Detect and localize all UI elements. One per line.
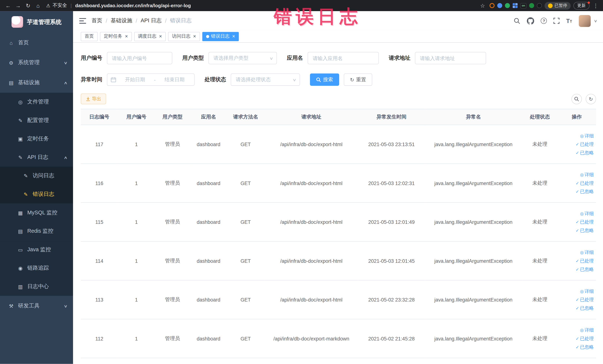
cell-status: 未处理 <box>522 241 557 280</box>
fullscreen-icon[interactable] <box>554 18 560 24</box>
action-ignored-link[interactable]: ✓已忽略 <box>559 304 594 312</box>
browser-home-icon[interactable]: ⌂ <box>34 2 42 9</box>
sidebar-item-链路追踪[interactable]: ◉链路追踪 <box>0 259 73 277</box>
sidebar-item-label: 配置管理 <box>27 117 49 124</box>
font-size-icon[interactable]: TT <box>566 18 572 23</box>
action-detail-link[interactable]: ◎详细 <box>559 170 594 179</box>
chevron-down-icon: ∨ <box>64 61 68 65</box>
api-icon: ✎ <box>17 154 24 160</box>
update-button[interactable]: 更新 <box>573 2 590 9</box>
action-detail-link[interactable]: ◎详细 <box>559 209 594 218</box>
sidebar-item-系统管理[interactable]: ⚙系统管理∨ <box>0 53 73 73</box>
logo[interactable]: 芋道管理系统 <box>0 11 73 33</box>
back-icon[interactable]: ← <box>4 2 12 9</box>
help-icon[interactable]: ? <box>541 18 547 24</box>
cell-method: GET <box>227 202 264 241</box>
filter-user-id: 用户编号 <box>81 52 172 64</box>
action-detail-link[interactable]: ◎详细 <box>559 132 594 140</box>
action-detail-link[interactable]: ◎详细 <box>559 287 594 295</box>
export-button[interactable]: 导出 <box>81 94 106 104</box>
actions-cell: ◎详细✓已处理✓已忽略 <box>557 125 596 164</box>
action-label: 详细 <box>584 327 594 333</box>
tag-定时任务[interactable]: 定时任务× <box>100 32 132 41</box>
action-ignored-link[interactable]: ✓已忽略 <box>559 149 594 157</box>
extension-green-icon[interactable] <box>505 3 510 8</box>
user-id-input[interactable] <box>107 52 172 64</box>
tag-错误日志[interactable]: 错误日志× <box>202 32 239 41</box>
process-status-select[interactable]: 请选择处理状态 ∨ <box>231 73 300 86</box>
reset-button[interactable]: ↻ 重置 <box>344 73 372 86</box>
action-ignored-link[interactable]: ✓已忽略 <box>559 265 594 273</box>
table-row: 1151管理员dashboardGET/api/infra/db-doc/exp… <box>81 202 596 241</box>
bookmark-star-icon[interactable]: ☆ <box>478 2 487 9</box>
breadcrumb-item-首页[interactable]: 首页 <box>92 17 102 24</box>
table-row: 1161管理员dashboardGET/api/infra/db-doc/exp… <box>81 164 596 203</box>
action-label: 已忽略 <box>580 305 594 311</box>
sidebar-item-错误日志[interactable]: ✎错误日志 <box>0 185 73 204</box>
sidebar-item-日志中心[interactable]: ▥日志中心 <box>0 277 73 296</box>
close-icon[interactable]: × <box>232 34 235 39</box>
action-processed-link[interactable]: ✓已处理 <box>559 334 594 343</box>
error-log-table: 日志编号用户编号用户类型应用名请求方法名请求地址异常发生时间异常名处理状态操作 … <box>81 109 596 358</box>
search-button[interactable]: 搜索 <box>310 73 339 86</box>
toggle-search-button[interactable] <box>571 94 582 104</box>
exception-time-range[interactable]: 开始日期 - 结束日期 <box>107 73 195 86</box>
close-icon[interactable]: × <box>193 34 196 39</box>
column-header-日志编号: 日志编号 <box>81 109 118 125</box>
user-avatar[interactable] <box>579 15 591 27</box>
extension-knot-icon[interactable] <box>537 3 542 8</box>
sidebar-item-Redis 监控[interactable]: ▤Redis 监控 <box>0 222 73 240</box>
tag-访问日志[interactable]: 访问日志× <box>168 32 200 41</box>
extension-grid-icon[interactable] <box>512 3 518 8</box>
action-processed-link[interactable]: ✓已处理 <box>559 295 594 304</box>
sidebar-item-访问日志[interactable]: ✎访问日志 <box>0 166 73 185</box>
app-name-input[interactable] <box>308 52 379 64</box>
paused-button[interactable]: 已暂停 <box>545 2 571 9</box>
app-name-label: 应用名 <box>287 55 303 61</box>
extension-leaf-icon[interactable] <box>529 3 534 8</box>
sidebar-item-文件管理[interactable]: ◎文件管理 <box>0 93 73 111</box>
sidebar-item-Java 监控[interactable]: ▭Java 监控 <box>0 240 73 259</box>
sidebar-item-定时任务[interactable]: ▣定时任务 <box>0 130 73 148</box>
action-ignored-link[interactable]: ✓已忽略 <box>559 226 594 235</box>
extension-on-badge[interactable]: on <box>520 3 526 8</box>
action-processed-link[interactable]: ✓已处理 <box>559 257 594 265</box>
sidebar-item-API 日志[interactable]: ✎API 日志∧ <box>0 148 73 167</box>
table-row: 1121管理员dashboardGET/api/infra/db-doc/exp… <box>81 319 596 358</box>
action-ignored-link[interactable]: ✓已忽略 <box>559 187 594 196</box>
close-icon[interactable]: × <box>125 34 128 39</box>
breadcrumb-item-API 日志[interactable]: API 日志 <box>141 17 162 24</box>
tag-调度日志[interactable]: 调度日志× <box>134 32 166 41</box>
cell-url: /api/infra/db-doc/export-html <box>264 241 359 280</box>
user-type-select[interactable]: 请选择用户类型 ∨ <box>208 52 277 64</box>
sidebar-item-配置管理[interactable]: ✎配置管理 <box>0 111 73 130</box>
hamburger-icon[interactable] <box>79 18 86 23</box>
action-detail-link[interactable]: ◎详细 <box>559 248 594 257</box>
sidebar-item-MySQL 监控[interactable]: ▦MySQL 监控 <box>0 203 73 222</box>
refresh-table-button[interactable]: ↻ <box>586 94 596 104</box>
actions-cell: ◎详细✓已处理✓已忽略 <box>557 164 596 203</box>
reload-icon[interactable]: ↻ <box>24 2 33 9</box>
extension-drop-icon[interactable] <box>497 3 502 8</box>
action-label: 已处理 <box>580 297 594 303</box>
refresh-icon: ↻ <box>589 96 593 102</box>
action-processed-link[interactable]: ✓已处理 <box>559 179 594 188</box>
request-url-input[interactable] <box>415 52 486 64</box>
sidebar-item-研发工具[interactable]: ⚒研发工具∨ <box>0 296 73 316</box>
browser-menu-icon[interactable]: ⋮ <box>592 2 599 9</box>
search-icon[interactable] <box>514 17 520 24</box>
extension-ring-icon[interactable] <box>489 3 495 8</box>
action-processed-link[interactable]: ✓已处理 <box>559 140 594 149</box>
forward-icon[interactable]: → <box>14 2 23 9</box>
sidebar-item-首页[interactable]: ⌂首页 <box>0 33 73 53</box>
sidebar-item-基础设施[interactable]: ▤基础设施∧ <box>0 73 73 93</box>
address-bar[interactable]: ⚠ 不安全 | dashboard.yudao.iocoder.cn/infra… <box>44 2 477 9</box>
tag-首页[interactable]: 首页 <box>81 32 98 41</box>
action-ignored-link[interactable]: ✓已忽略 <box>559 343 594 351</box>
github-icon[interactable] <box>527 17 534 24</box>
action-processed-link[interactable]: ✓已处理 <box>559 218 594 226</box>
avatar-caret-icon[interactable]: ∨ <box>593 19 597 23</box>
breadcrumb-item-基础设施[interactable]: 基础设施 <box>111 17 132 24</box>
close-icon[interactable]: × <box>159 34 162 39</box>
action-detail-link[interactable]: ◎详细 <box>559 326 594 334</box>
